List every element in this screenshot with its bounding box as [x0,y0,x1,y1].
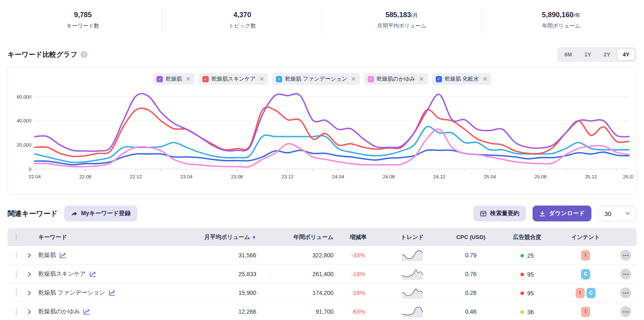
related-keywords-header: 関連キーワード Myキーワード登録 検索量要約 ダウンロード 30 [8,206,636,221]
stat-item: 4,370 トピック数 [163,8,322,34]
col-keyword[interactable]: キーワード [37,234,183,241]
legend-chip[interactable]: ✓ 乾燥肌のかゆみ ✕ [364,73,428,85]
col-trend[interactable]: トレンド [381,234,444,241]
stat-value: 5,890,160/年 [482,11,641,19]
expand-chevron-icon[interactable] [26,253,37,258]
trend-chart-icon[interactable] [83,309,90,315]
table-row: 乾燥肌スキンケア 25,833 261,400 -18% 0.76 95 C [8,265,636,284]
page-size-select[interactable]: 30 [598,206,636,221]
info-icon[interactable]: i [81,51,88,58]
time-range-button[interactable]: 2Y [598,48,616,61]
svg-text:26.03: 26.03 [623,174,634,179]
row-checkbox[interactable] [16,270,17,278]
legend-chip[interactable]: ✓ 乾燥肌 化粧水 ✕ [432,73,491,85]
yearly-volume: 91,700 [258,308,335,315]
monthly-volume: 12,266 [183,308,258,315]
keyword-link[interactable]: 乾燥肌スキンケア [38,270,86,278]
legend-chip[interactable]: ✓ 乾燥肌スキンケア ✕ [199,73,268,85]
graph-header: キーワード比較グラフ i 6M 1Y 2Y 4Y [8,47,636,62]
svg-text:23.04: 23.04 [180,174,192,179]
legend-chip[interactable]: ✓ 乾燥肌 ✕ [153,73,194,85]
intent-badge: C [586,288,596,298]
col-cpc[interactable]: CPC (USD) [444,234,498,240]
register-my-keywords-button[interactable]: Myキーワード登録 [64,206,137,221]
series-checkbox[interactable]: ✓ [276,76,282,82]
cpc-value: 0.46 [444,308,498,315]
svg-text:24.12: 24.12 [433,174,445,179]
col-ad-competition[interactable]: 広告競合度 [498,234,556,241]
row-menu-button[interactable] [620,306,631,317]
competition-dot [520,254,524,257]
keyword-link[interactable]: 乾燥肌 [38,251,56,259]
table-row: 乾燥肌のかゆみ 12,266 91,700 -63% 0.46 36 I [8,302,636,320]
expand-chevron-icon[interactable] [26,309,37,315]
table-row: 乾燥肌 ファンデーション 15,900 174,200 -18% 0.28 95… [8,284,636,302]
row-checkbox[interactable] [16,251,17,259]
svg-text:24.08: 24.08 [383,174,395,179]
svg-text:24.04: 24.04 [332,174,344,179]
time-range-button[interactable]: 4Y [617,48,635,61]
series-checkbox[interactable]: ✓ [368,76,374,82]
expand-chevron-icon[interactable] [26,272,37,277]
intent-badges: IC [556,288,615,298]
ad-competition: 36 [520,309,534,315]
select-all-checkbox[interactable] [16,234,17,241]
keyword-comparison-chart-card: ✓ 乾燥肌 ✕ ✓ 乾燥肌スキンケア ✕ ✓ 乾燥肌 ファンデーション ✕ ✓ … [8,67,636,195]
row-menu-button[interactable] [620,287,631,298]
competition-dot [520,273,524,276]
keyword-link[interactable]: 乾燥肌のかゆみ [38,308,80,315]
close-icon[interactable]: ✕ [259,76,264,82]
trend-sparkline [381,305,444,318]
row-checkbox[interactable] [16,308,17,315]
series-label: 乾燥肌のかゆみ [377,75,415,83]
close-icon[interactable]: ✕ [482,76,487,82]
table-icon [480,211,487,217]
trend-chart-icon[interactable] [89,271,96,277]
expand-chevron-icon[interactable] [26,290,37,296]
yearly-volume: 261,400 [258,271,335,277]
svg-text:25.04: 25.04 [484,174,496,179]
search-volume-summary-button[interactable]: 検索量要約 [473,206,526,221]
row-checkbox[interactable] [16,289,17,297]
svg-text:25.08: 25.08 [534,174,546,179]
keyword-link[interactable]: 乾燥肌 ファンデーション [38,289,105,297]
close-icon[interactable]: ✕ [419,76,424,82]
sort-desc-icon[interactable]: ▼ [252,235,256,240]
related-keywords-table: キーワード月平均ボリューム▼年間ボリューム増減率トレンドCPC (USD)広告競… [8,228,636,320]
trend-chart-icon[interactable] [109,290,116,296]
ad-competition: 95 [520,271,534,278]
stat-label: キーワード数 [3,22,162,30]
close-icon[interactable]: ✕ [186,76,191,82]
svg-text:22.12: 22.12 [130,174,142,179]
col-intent[interactable]: インテント [556,234,615,241]
row-menu-button[interactable] [620,269,631,279]
series-checkbox[interactable]: ✓ [157,76,163,82]
download-button[interactable]: ダウンロード [533,206,591,221]
legend-chip[interactable]: ✓ 乾燥肌 ファンデーション ✕ [272,73,359,85]
svg-text:22.08: 22.08 [79,174,91,179]
competition-dot [520,292,524,295]
change-rate: -63% [335,308,381,315]
yearly-volume: 322,800 [258,252,335,259]
close-icon[interactable]: ✕ [351,76,356,82]
series-checkbox[interactable]: ✓ [202,76,209,82]
series-label: 乾燥肌スキンケア [212,75,256,83]
stat-value: 4,370 [163,11,322,19]
series-label: 乾燥肌 [166,75,182,83]
time-range-button[interactable]: 6M [558,48,578,61]
change-rate: -18% [335,290,381,296]
trend-chart-icon[interactable] [59,252,66,259]
graph-title: キーワード比較グラフ i [8,50,88,59]
change-rate: -18% [335,271,381,277]
svg-text:22.04: 22.04 [29,174,41,179]
col-monthly-volume[interactable]: 月平均ボリューム▼ [183,234,258,241]
stat-value: 585,183/月 [322,11,481,19]
time-range-button[interactable]: 1Y [578,48,597,61]
series-checkbox[interactable]: ✓ [436,76,442,82]
cpc-value: 0.79 [444,252,498,259]
col-yearly-volume[interactable]: 年間ボリューム [258,234,335,241]
intent-badges: C [556,269,615,279]
row-menu-button[interactable] [620,250,631,261]
intent-badges: I [556,250,615,261]
col-change-rate[interactable]: 増減率 [335,234,381,241]
